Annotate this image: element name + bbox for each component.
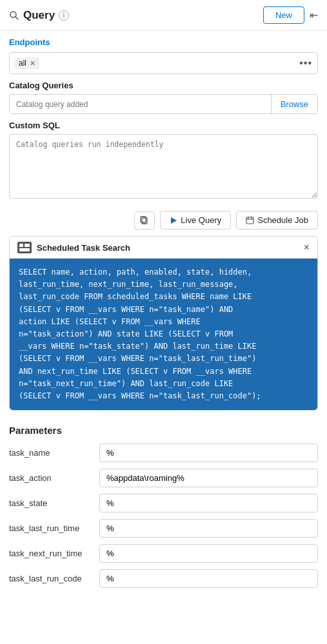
browse-button[interactable]: Browse <box>271 95 317 113</box>
endpoints-label: Endpoints <box>9 37 318 47</box>
param-input-task_name[interactable] <box>99 444 318 462</box>
custom-sql-label: Custom SQL <box>9 121 318 130</box>
page-title: Query <box>23 9 55 22</box>
param-label: task_next_run_time <box>9 549 93 558</box>
live-query-button[interactable]: Live Query <box>160 211 231 229</box>
query-card-close-button[interactable]: × <box>304 242 310 253</box>
query-card: Scheduled Task Search × SELECT name, act… <box>9 236 318 411</box>
collapse-icon[interactable]: ⇤ <box>310 9 318 21</box>
param-input-task_last_run_time[interactable] <box>99 519 318 538</box>
catalog-label: Catalog Queries <box>9 81 318 90</box>
param-row: task_last_run_code <box>9 569 318 588</box>
svg-line-1 <box>15 17 18 19</box>
param-row: task_last_run_time <box>9 519 318 538</box>
svg-marker-4 <box>171 217 177 224</box>
endpoints-section: Endpoints all ✕ ••• <box>0 31 327 81</box>
header: Query ℹ New ⇤ <box>0 0 327 31</box>
param-input-task_next_run_time[interactable] <box>99 544 318 563</box>
svg-rect-11 <box>19 248 30 251</box>
param-input-task_state[interactable] <box>99 494 318 512</box>
parameters-section: Parameters task_nametask_actiontask_stat… <box>0 420 327 600</box>
catalog-row: Browse <box>9 94 318 114</box>
endpoint-tag-value: all <box>19 59 26 68</box>
svg-rect-10 <box>25 244 30 247</box>
param-row: task_name <box>9 444 318 462</box>
calendar-icon <box>246 216 254 224</box>
info-icon[interactable]: ℹ <box>59 10 69 21</box>
copy-button[interactable] <box>134 211 155 229</box>
param-row: task_next_run_time <box>9 544 318 563</box>
query-card-body: SELECT name, action, path, enabled, stat… <box>10 259 317 410</box>
play-icon <box>170 217 177 224</box>
parameters-list: task_nametask_actiontask_statetask_last_… <box>9 444 318 588</box>
param-label: task_last_run_code <box>9 574 93 583</box>
header-left: Query ℹ <box>9 9 263 22</box>
param-row: task_action <box>9 469 318 487</box>
parameters-title: Parameters <box>9 425 318 436</box>
schedule-job-button[interactable]: Schedule Job <box>236 211 318 229</box>
query-card-header: Scheduled Task Search × <box>10 237 317 259</box>
catalog-section: Catalog Queries Browse <box>0 81 327 121</box>
param-label: task_state <box>9 498 93 508</box>
svg-rect-9 <box>19 244 23 247</box>
custom-sql-section: Custom SQL <box>0 121 327 207</box>
custom-sql-textarea[interactable] <box>9 134 318 199</box>
query-card-title: Scheduled Task Search <box>37 243 299 253</box>
param-label: task_action <box>9 473 93 483</box>
query-card-icon <box>17 242 32 253</box>
search-icon <box>9 10 19 21</box>
endpoints-row: all ✕ ••• <box>9 52 318 74</box>
endpoints-more-button[interactable]: ••• <box>299 57 312 69</box>
svg-rect-5 <box>246 217 253 224</box>
param-input-task_action[interactable] <box>99 469 318 487</box>
schedule-job-label: Schedule Job <box>257 215 308 225</box>
param-label: task_last_run_time <box>9 523 93 533</box>
copy-icon <box>140 216 149 225</box>
param-label: task_name <box>9 448 93 458</box>
param-input-task_last_run_code[interactable] <box>99 569 318 588</box>
catalog-input[interactable] <box>10 95 271 113</box>
new-button[interactable]: New <box>263 6 304 24</box>
endpoint-tag: all ✕ <box>15 57 39 69</box>
endpoint-tag-remove[interactable]: ✕ <box>30 59 35 68</box>
live-query-label: Live Query <box>181 215 221 225</box>
action-bar: Live Query Schedule Job <box>0 207 327 236</box>
param-row: task_state <box>9 494 318 512</box>
